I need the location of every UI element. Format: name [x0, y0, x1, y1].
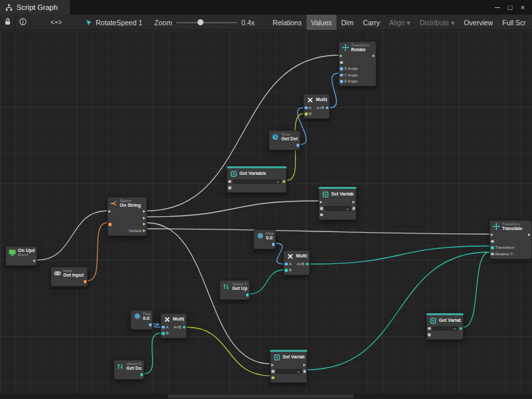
flow-port[interactable]	[320, 201, 323, 203]
scrollbar-thumb[interactable]	[168, 394, 354, 398]
toolbar-button-overview[interactable]: Overview	[459, 15, 497, 30]
flow-port[interactable]	[372, 55, 375, 57]
node-rotate[interactable]: TransformRotateX AngleY AngleZ Angle	[338, 41, 376, 86]
toolbar-button-relations[interactable]: Relations	[268, 15, 307, 30]
flow-port[interactable]	[33, 259, 36, 262]
float-port[interactable]	[340, 67, 343, 70]
flow-port[interactable]	[108, 210, 111, 213]
float-port[interactable]	[305, 106, 308, 110]
vec3-port[interactable]	[306, 263, 309, 266]
node-vector3-get-up[interactable]: Vector 3Get Up	[219, 280, 250, 300]
flow-port[interactable]	[491, 233, 493, 236]
node-multiply-2[interactable]: MultiplyAA×BB	[283, 250, 310, 275]
flow-port[interactable]	[303, 364, 306, 366]
vec3-port[interactable]	[246, 293, 249, 297]
any-port[interactable]	[428, 327, 431, 331]
node-translate[interactable]: TransformTranslateTranslationRelative T…	[489, 220, 532, 259]
node-get-variable-2[interactable]: Get Variable	[426, 313, 464, 340]
switch-icon	[110, 200, 118, 207]
variable-name-field[interactable]	[276, 369, 302, 374]
node-vector3-get-down[interactable]: Vector 3Get Down	[114, 360, 144, 380]
flow-port[interactable]	[340, 55, 342, 57]
toolbar-button-distribute[interactable]: Distribute ▾	[415, 15, 460, 30]
node-multiply-1[interactable]: MultiplyAA×BB	[303, 94, 330, 119]
node-header: Float0.01	[254, 230, 275, 241]
toolbar-button-full-scr[interactable]: Full Scr	[497, 15, 531, 30]
vec3-port[interactable]	[183, 326, 186, 329]
any-port[interactable]	[320, 213, 323, 217]
node-switch-on-string[interactable]: SwitchOn StringDefault	[107, 197, 147, 236]
float-port[interactable]	[272, 243, 275, 246]
float-port[interactable]	[162, 326, 165, 329]
node-get-delta-time[interactable]: TimeGet Delta Time	[269, 130, 301, 150]
vec3-port[interactable]	[460, 327, 463, 331]
toolbar-button-carry[interactable]: Carry	[358, 15, 385, 30]
vec3-port[interactable]	[140, 373, 144, 376]
flow-port[interactable]	[352, 201, 355, 203]
vec3-port[interactable]	[285, 269, 288, 272]
flow-port[interactable]	[271, 364, 274, 366]
flow-port[interactable]	[143, 229, 146, 232]
graph-name[interactable]: RotateSpeed 1	[85, 15, 142, 30]
toolbar-button-align[interactable]: Align ▾	[384, 15, 415, 30]
port-row	[131, 322, 152, 329]
node-set-variable-1[interactable]: Set Variable	[319, 187, 356, 220]
any-port[interactable]	[303, 370, 307, 373]
toolbar-button-dim[interactable]: Dim	[336, 15, 358, 30]
flow-port[interactable]	[143, 217, 146, 219]
variable-icon	[321, 192, 329, 198]
yg-port[interactable]	[271, 376, 275, 380]
port-label: Z Angle	[344, 79, 358, 83]
variable-name-field[interactable]	[233, 180, 281, 184]
tab-script-graph[interactable]: Script Graph	[0, 0, 70, 15]
zoom-slider-thumb[interactable]	[198, 19, 203, 25]
float-port[interactable]	[326, 106, 329, 110]
yg-port[interactable]	[283, 180, 286, 184]
lock-button[interactable]	[0, 15, 15, 30]
any-port[interactable]	[340, 61, 343, 65]
any-port[interactable]	[491, 253, 494, 256]
float-port[interactable]	[340, 80, 343, 83]
float-port[interactable]	[340, 74, 343, 77]
any-port[interactable]	[428, 333, 431, 336]
minimize-button[interactable]: ─	[491, 2, 503, 13]
horizontal-scrollbar[interactable]	[0, 394, 532, 399]
any-port[interactable]	[491, 240, 494, 243]
node-float-2[interactable]: Float0.01	[130, 310, 153, 330]
variable-name-field[interactable]	[432, 327, 458, 331]
graph-canvas[interactable]: TransformRotateX AngleY AngleZ AngleMult…	[0, 31, 532, 399]
str-port[interactable]	[84, 280, 87, 283]
vec3-port[interactable]	[162, 332, 165, 335]
toolbar-button-values[interactable]: Values	[307, 15, 336, 30]
node-float-1[interactable]: Float0.01	[253, 229, 276, 249]
any-port[interactable]	[271, 370, 275, 373]
any-port[interactable]	[352, 207, 356, 210]
node-multiply-3[interactable]: MultiplyAA×BB	[160, 313, 187, 338]
any-port[interactable]	[320, 207, 323, 210]
info-button[interactable]	[15, 15, 31, 30]
port-row: Translation	[490, 245, 531, 251]
node-get-variable-1[interactable]: Get Variable	[227, 166, 287, 193]
float-port[interactable]	[285, 263, 288, 266]
flow-port[interactable]	[143, 223, 146, 225]
float-icon	[256, 233, 264, 239]
maximize-button[interactable]: □	[504, 2, 516, 13]
float-port[interactable]	[149, 323, 152, 327]
yg-port[interactable]	[305, 112, 308, 116]
node-on-update[interactable]: On UpdateEvent	[5, 246, 37, 266]
node-get-input-string[interactable]: InputGet Input (Strin…	[51, 267, 88, 287]
flow-port[interactable]	[528, 233, 531, 236]
zoom-to-fit-button[interactable]: <•>	[45, 15, 68, 30]
variable-name-field[interactable]	[325, 206, 351, 211]
node-set-variable-2[interactable]: Set Variable	[270, 350, 307, 383]
vec3-port[interactable]	[491, 246, 494, 249]
any-port[interactable]	[228, 186, 231, 190]
node-header: TransformTranslate	[490, 221, 531, 232]
zoom-control: Zoom 0.4x	[154, 15, 259, 30]
zoom-slider[interactable]	[176, 22, 237, 23]
close-button[interactable]: ×	[517, 2, 529, 13]
flow-port[interactable]	[143, 210, 146, 213]
float-port[interactable]	[297, 144, 300, 147]
any-port[interactable]	[228, 180, 231, 184]
str-port[interactable]	[108, 223, 112, 226]
